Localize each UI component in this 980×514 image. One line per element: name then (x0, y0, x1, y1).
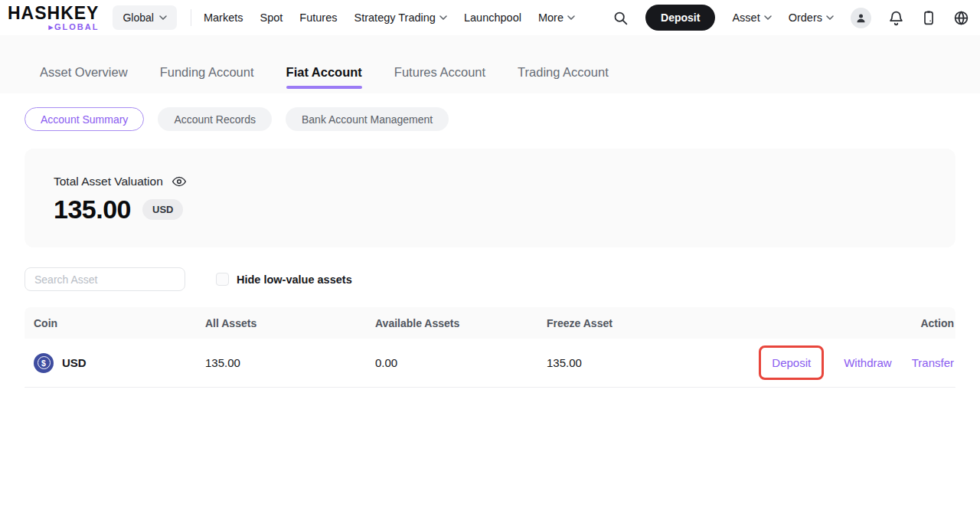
available-assets-value: 0.00 (375, 356, 547, 369)
nav-strategy-trading[interactable]: Strategy Trading (354, 11, 447, 24)
tab-fiat-account[interactable]: Fiat Account (286, 65, 362, 93)
all-assets-value: 135.00 (205, 356, 375, 369)
transfer-action-link[interactable]: Transfer (912, 356, 954, 369)
nav-spot[interactable]: Spot (260, 11, 283, 24)
assets-table-header: Coin All Assets Available Assets Freeze … (24, 307, 956, 339)
chevron-down-icon (764, 15, 772, 20)
chevron-down-icon (567, 15, 575, 20)
nav-more[interactable]: More (538, 11, 575, 24)
notification-bell-icon[interactable] (888, 10, 904, 26)
row-actions: Deposit Withdraw Transfer (759, 345, 956, 380)
filter-row: Hide low-value assets (24, 267, 956, 291)
region-selector[interactable]: Global (113, 5, 176, 30)
hide-low-value-label: Hide low-value assets (237, 273, 352, 286)
column-header-action: Action (920, 317, 956, 329)
withdraw-action-link[interactable]: Withdraw (844, 356, 892, 369)
coin-name: USD (62, 356, 87, 369)
user-avatar-icon[interactable] (851, 8, 871, 28)
language-globe-icon[interactable] (953, 10, 969, 26)
deposit-action-highlight: Deposit (759, 345, 824, 380)
deposit-button[interactable]: Deposit (645, 5, 715, 31)
column-header-all-assets: All Assets (205, 317, 375, 329)
chevron-down-icon (159, 15, 167, 20)
account-tabs-bar: Asset Overview Funding Account Fiat Acco… (0, 35, 980, 93)
top-navigation-bar: HASHKEY ▸GLOBAL Global Markets Spot Futu… (0, 0, 980, 35)
search-icon[interactable] (612, 10, 629, 26)
hide-low-value-checkbox[interactable] (216, 273, 229, 286)
chevron-down-icon (826, 15, 834, 20)
nav-launchpool[interactable]: Launchpool (464, 11, 521, 24)
eye-visibility-icon[interactable] (172, 174, 187, 189)
subtabs-row: Account Summary Account Records Bank Acc… (24, 107, 956, 131)
total-asset-valuation-card: Total Asset Valuation 135.00 USD (24, 149, 956, 247)
column-header-freeze-asset: Freeze Asset (547, 317, 920, 329)
usd-coin-icon: $ (34, 353, 54, 373)
subtab-account-records[interactable]: Account Records (158, 107, 272, 131)
freeze-asset-value: 135.00 (547, 356, 759, 369)
divider (191, 9, 191, 26)
currency-badge: USD (142, 199, 183, 220)
tab-trading-account[interactable]: Trading Account (518, 65, 609, 93)
summary-title: Total Asset Valuation (54, 175, 163, 188)
tab-funding-account[interactable]: Funding Account (160, 65, 254, 93)
region-label: Global (122, 11, 153, 24)
nav-futures[interactable]: Futures (299, 11, 337, 24)
fiat-account-content: Account Summary Account Records Bank Acc… (0, 107, 980, 388)
hashkey-logo[interactable]: HASHKEY ▸GLOBAL (8, 5, 99, 31)
tab-asset-overview[interactable]: Asset Overview (40, 65, 128, 93)
nav-markets[interactable]: Markets (204, 11, 243, 24)
main-nav: Markets Spot Futures Strategy Trading La… (204, 11, 575, 24)
assets-table: Coin All Assets Available Assets Freeze … (24, 307, 956, 388)
column-header-coin: Coin (24, 317, 205, 329)
search-asset-input[interactable] (24, 267, 185, 291)
chevron-down-icon (439, 15, 447, 20)
column-header-available-assets: Available Assets (375, 317, 547, 329)
mobile-app-icon[interactable] (921, 10, 936, 26)
logo-subtext: ▸GLOBAL (48, 23, 99, 31)
orders-menu[interactable]: Orders (789, 11, 834, 24)
table-row-usd: $ USD 135.00 0.00 135.00 Deposit Withdra… (24, 339, 956, 388)
deposit-action-link[interactable]: Deposit (772, 356, 811, 369)
topbar-right-cluster: Deposit Asset Orders (612, 5, 969, 31)
subtab-account-summary[interactable]: Account Summary (24, 107, 144, 131)
logo-text: HASHKEY (8, 5, 99, 22)
subtab-bank-account-management[interactable]: Bank Account Management (286, 107, 449, 131)
hide-low-value-toggle[interactable]: Hide low-value assets (216, 273, 352, 286)
asset-menu[interactable]: Asset (732, 11, 771, 24)
total-asset-value: 135.00 (54, 195, 131, 224)
tab-futures-account[interactable]: Futures Account (394, 65, 485, 93)
